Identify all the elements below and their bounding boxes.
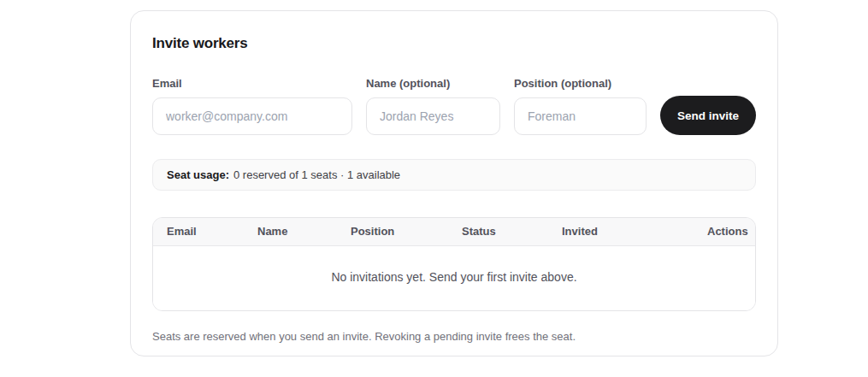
email-input[interactable] <box>152 97 352 135</box>
page-title: Invite workers <box>152 35 756 52</box>
invitations-table: Email Name Position Status Invited Actio… <box>153 218 755 310</box>
position-input[interactable] <box>514 97 647 135</box>
email-field-group: Email <box>152 77 352 135</box>
column-header-email: Email <box>153 218 257 245</box>
invitations-table-container: Email Name Position Status Invited Actio… <box>152 217 756 311</box>
invite-workers-card: Invite workers Email Name (optional) Pos… <box>130 10 778 356</box>
column-header-name: Name <box>257 218 351 245</box>
seat-usage-value: 0 reserved of 1 seats · 1 available <box>233 168 400 181</box>
column-header-actions: Actions <box>707 218 755 245</box>
name-field-group: Name (optional) <box>366 77 500 135</box>
email-label: Email <box>152 77 352 90</box>
empty-state-row: No invitations yet. Send your first invi… <box>153 245 755 310</box>
seat-usage-label: Seat usage: <box>167 168 229 181</box>
table-header-row: Email Name Position Status Invited Actio… <box>153 218 755 245</box>
empty-state-message: No invitations yet. Send your first invi… <box>153 245 755 310</box>
footnote: Seats are reserved when you send an invi… <box>152 330 756 343</box>
seat-usage-banner: Seat usage: 0 reserved of 1 seats · 1 av… <box>152 159 756 191</box>
column-header-position: Position <box>351 218 462 245</box>
position-field-group: Position (optional) <box>514 77 647 135</box>
column-header-status: Status <box>462 218 562 245</box>
send-invite-button[interactable]: Send invite <box>660 96 756 135</box>
column-header-invited: Invited <box>562 218 707 245</box>
name-input[interactable] <box>366 97 500 135</box>
invite-form: Email Name (optional) Position (optional… <box>152 77 756 135</box>
position-label: Position (optional) <box>514 77 647 90</box>
name-label: Name (optional) <box>366 77 500 90</box>
